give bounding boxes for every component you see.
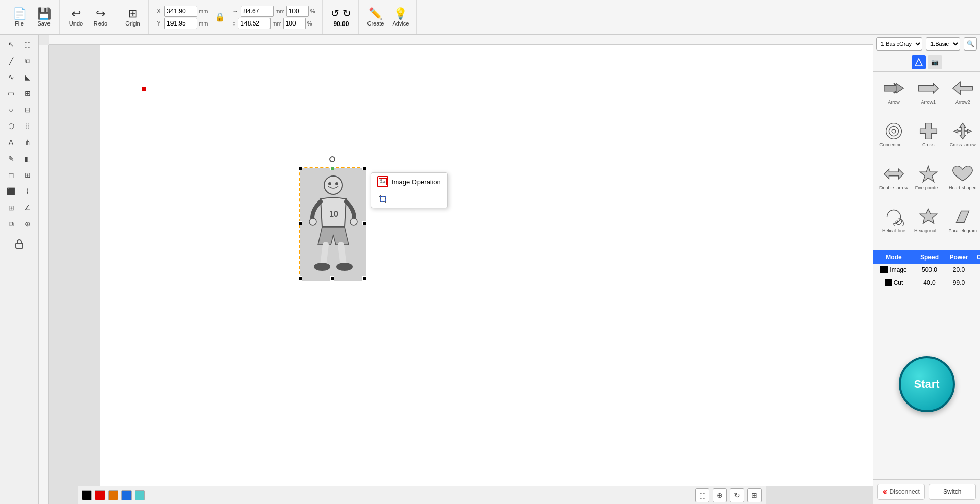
height-pct: % bbox=[307, 20, 312, 27]
color-cyan[interactable] bbox=[135, 490, 145, 500]
height-input[interactable] bbox=[238, 18, 271, 29]
handle-mid-left[interactable] bbox=[298, 221, 302, 225]
shape-heart[interactable]: Heart-shaped bbox=[947, 162, 979, 203]
shape-cross[interactable]: Cross bbox=[912, 119, 945, 160]
crop-icon bbox=[377, 193, 388, 205]
disconnect-button[interactable]: ⊗ Disconnect bbox=[877, 484, 925, 500]
origin-marker bbox=[142, 87, 146, 91]
shape-arrow1[interactable]: Arrow1 bbox=[912, 76, 945, 117]
crop-menu-item[interactable] bbox=[371, 190, 447, 208]
split-tool[interactable]: ⋔ bbox=[20, 135, 35, 150]
lock-icon[interactable]: 🔒 bbox=[215, 12, 225, 22]
handle-bottom-left[interactable] bbox=[298, 276, 302, 281]
rotate-value: 90.00 bbox=[333, 20, 349, 28]
shape-parallelogram[interactable]: Parallelogram bbox=[947, 205, 979, 245]
layer-mgr-tool[interactable]: ⧉ bbox=[4, 216, 19, 232]
shape-category-select[interactable]: 1.BasicGray bbox=[876, 37, 922, 51]
handle-bottom-right[interactable] bbox=[362, 276, 366, 281]
pen-tool[interactable]: ╱ bbox=[4, 53, 19, 68]
polygon-tool[interactable]: ⬡ bbox=[4, 118, 19, 134]
layer-output-cut[interactable]: 👁 bbox=[973, 276, 980, 289]
handle-mid-right[interactable] bbox=[362, 221, 366, 225]
selected-image[interactable]: 10 bbox=[299, 167, 365, 280]
lock-button[interactable] bbox=[3, 236, 36, 251]
redo-button[interactable]: ↪ Redo bbox=[89, 6, 112, 29]
shape-five-star[interactable]: Five-pointe... bbox=[912, 162, 945, 203]
disconnect-icon: ⊗ bbox=[883, 488, 888, 495]
ellipse-tool[interactable]: ○ bbox=[4, 102, 19, 117]
frame-tool-btn[interactable]: ⬚ bbox=[695, 488, 709, 502]
image-operation-menu-item[interactable]: Image Operation bbox=[371, 173, 447, 190]
shape-hexagon-star[interactable]: Hexagonal_... bbox=[912, 205, 945, 245]
color-orange[interactable] bbox=[108, 490, 118, 500]
switch-button[interactable]: Switch bbox=[929, 484, 976, 500]
color-black[interactable] bbox=[82, 490, 92, 500]
save-icon: 💾 bbox=[37, 8, 51, 19]
create-button[interactable]: ✏️ Create bbox=[364, 6, 387, 29]
canvas-area[interactable]: // ticks drawn via JS below bbox=[39, 35, 873, 504]
start-button[interactable]: Start bbox=[899, 356, 955, 412]
width-pct: % bbox=[310, 8, 315, 14]
save-button[interactable]: 💾 Save bbox=[33, 6, 55, 29]
height-unit: mm bbox=[272, 20, 281, 27]
width-input[interactable] bbox=[241, 6, 274, 17]
color-red[interactable] bbox=[95, 490, 105, 500]
canvas-page[interactable] bbox=[100, 45, 873, 486]
camera-tool[interactable]: ⊕ bbox=[20, 216, 35, 232]
layer-row-image[interactable]: Image 500.0 20.0 👁 bbox=[873, 264, 980, 276]
shape-arrow2[interactable]: Arrow2 bbox=[947, 76, 979, 117]
rect-tool[interactable]: ▭ bbox=[4, 86, 19, 101]
copy-tool[interactable]: ⧉ bbox=[20, 53, 35, 68]
reload-btn[interactable]: ↻ bbox=[730, 488, 744, 502]
table-btn[interactable]: ⊞ bbox=[747, 488, 762, 502]
color-blue[interactable] bbox=[121, 490, 132, 500]
svg-rect-2 bbox=[39, 45, 49, 504]
file-button[interactable]: 📄 File bbox=[8, 6, 31, 29]
table-tool[interactable]: ⊞ bbox=[4, 200, 19, 215]
layer-output-image[interactable]: 👁 bbox=[973, 264, 980, 276]
height-pct-input[interactable] bbox=[283, 18, 306, 29]
text-tool[interactable]: A bbox=[4, 135, 19, 150]
right-panel-camera-tab[interactable]: 📷 bbox=[928, 55, 942, 69]
edit-tool[interactable]: ✎ bbox=[4, 151, 19, 166]
erase-tool[interactable]: ◻ bbox=[4, 167, 19, 183]
width-pct-input[interactable] bbox=[286, 6, 309, 17]
shape-arrow[interactable]: Arrow bbox=[877, 76, 910, 117]
handle-top-right[interactable] bbox=[362, 166, 366, 170]
y-input[interactable] bbox=[164, 18, 197, 29]
undo-button[interactable]: ↩ Undo bbox=[65, 6, 87, 29]
handle-top-left[interactable] bbox=[298, 166, 302, 170]
shape-helical[interactable]: Helical_line bbox=[877, 205, 910, 245]
eraser-tool[interactable]: ◧ bbox=[20, 151, 35, 166]
fill-tool[interactable]: ⬛ bbox=[4, 184, 19, 199]
rotate-right-icon[interactable]: ↻ bbox=[342, 7, 351, 19]
shape-double-arrow[interactable]: Double_arrow bbox=[877, 162, 910, 203]
rotate-left-icon[interactable]: ↺ bbox=[331, 7, 339, 19]
dots-tool[interactable]: ⁞⁞ bbox=[20, 118, 35, 134]
node-tool[interactable]: ⬚ bbox=[20, 37, 35, 52]
context-menu: Image Operation bbox=[371, 172, 448, 208]
handle-top-mid[interactable] bbox=[330, 166, 334, 170]
right-panel-shapes-tab[interactable] bbox=[912, 55, 926, 69]
canvas-content[interactable]: 10 bbox=[49, 45, 873, 504]
shape-search-button[interactable]: 🔍 bbox=[964, 37, 977, 51]
grid-tool[interactable]: ⊞ bbox=[20, 86, 35, 101]
trace-tool-btn[interactable]: ⊕ bbox=[713, 488, 727, 502]
hatch-tool[interactable]: ⊞ bbox=[20, 167, 35, 183]
advice-button[interactable]: 💡 Advice bbox=[389, 6, 412, 29]
align-tool[interactable]: ⊟ bbox=[20, 102, 35, 117]
measure-tool[interactable]: ⌇ bbox=[20, 184, 35, 199]
curve-tool[interactable]: ∿ bbox=[4, 69, 19, 85]
layer-tool[interactable]: ⬕ bbox=[20, 69, 35, 85]
layer-row-cut[interactable]: Cut 40.0 99.0 👁 bbox=[873, 276, 980, 289]
shape-cross-arrow[interactable]: Cross_arrow bbox=[947, 119, 979, 160]
shape-concentric[interactable]: Concentric_... bbox=[877, 119, 910, 160]
grid-button[interactable]: ⊞ Origin bbox=[121, 6, 144, 29]
angle-tool[interactable]: ∠ bbox=[20, 200, 35, 215]
x-input[interactable] bbox=[164, 6, 197, 17]
select-tool[interactable]: ↖ bbox=[4, 37, 19, 52]
handle-bottom-mid[interactable] bbox=[330, 276, 334, 281]
rotate-handle[interactable] bbox=[329, 156, 335, 162]
shape-type-select[interactable]: 1.Basic bbox=[926, 37, 960, 51]
svg-marker-18 bbox=[920, 209, 937, 224]
